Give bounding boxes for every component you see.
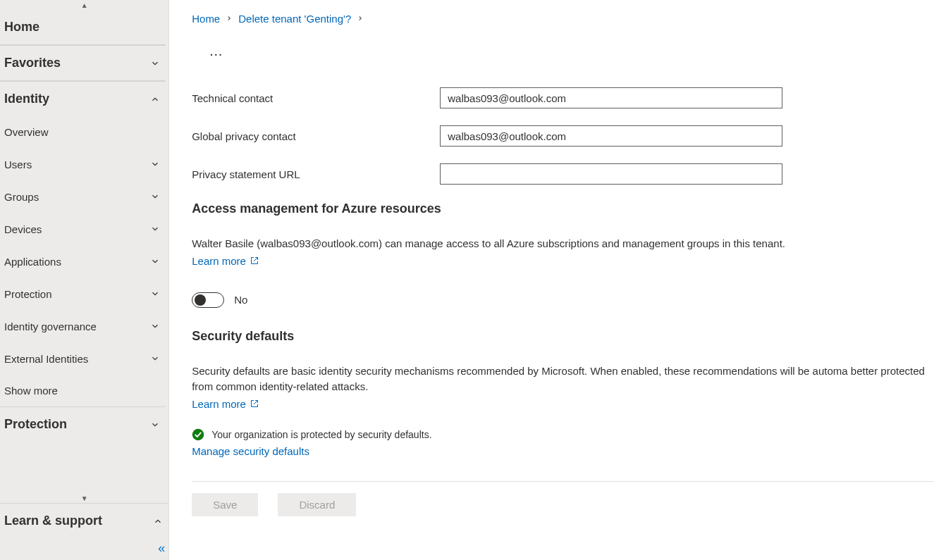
more-actions-button[interactable]: … [192,40,934,87]
security-status-text: Your organization is protected by securi… [211,429,431,440]
global-privacy-row: Global privacy contact [192,125,934,147]
toggle-knob [195,294,206,306]
chevron-down-icon [149,190,161,203]
success-check-icon [192,428,204,441]
sidebar-item-label: Identity [4,92,49,106]
chevron-down-icon [149,287,161,300]
scroll-up-arrow-icon[interactable]: ▲ [0,0,168,10]
sidebar-item-label: Overview [4,126,49,138]
global-privacy-input[interactable] [440,125,782,147]
sidebar-item-external-identities[interactable]: External Identities [0,342,166,375]
chevron-down-icon [149,352,161,365]
sidebar-item-label: Show more [4,385,58,397]
sidebar-item-home[interactable]: Home [0,10,166,45]
security-defaults-title: Security defaults [192,329,934,344]
sidebar-item-label: Groups [4,191,39,203]
access-toggle-row: No [192,292,934,308]
chevron-right-icon [226,14,233,24]
chevron-down-icon [149,223,161,235]
external-link-icon [250,255,259,267]
sidebar-item-overview[interactable]: Overview [0,116,166,148]
sidebar-item-applications[interactable]: Applications [0,245,166,278]
discard-button[interactable]: Discard [278,493,356,516]
sidebar-item-label: Home [4,20,39,35]
technical-contact-input[interactable] [440,87,782,108]
security-learn-more-link[interactable]: Learn more [192,398,259,410]
breadcrumb-delete-tenant[interactable]: Delete tenant 'Genting'? [238,13,351,25]
security-status-row: Your organization is protected by securi… [192,428,934,441]
sidebar: ▲ Home Favorites Identity Overview Users [0,0,169,560]
sidebar-item-label: Identity governance [4,321,97,332]
breadcrumb-home[interactable]: Home [192,13,220,25]
main-content: Home Delete tenant 'Genting'? … Technica… [169,0,934,560]
sidebar-item-protection-section[interactable]: Protection [0,406,166,442]
chevron-right-icon [357,14,364,24]
privacy-url-input[interactable] [440,163,782,185]
scroll-down-arrow-icon[interactable]: ▼ [0,493,168,503]
chevron-up-icon [149,93,161,106]
sidebar-item-identity[interactable]: Identity [0,81,166,116]
breadcrumb: Home Delete tenant 'Genting'? [192,13,934,25]
chevron-down-icon [149,255,161,268]
manage-security-defaults-link[interactable]: Manage security defaults [192,445,309,457]
sidebar-scroll[interactable]: Home Favorites Identity Overview Users G… [0,10,168,493]
technical-contact-label: Technical contact [192,92,440,104]
privacy-url-label: Privacy statement URL [192,168,440,180]
external-link-icon [250,398,259,410]
sidebar-item-label: Devices [4,223,42,235]
sidebar-item-label: Learn & support [4,514,102,528]
access-management-text: Walter Basile (walbas093@outlook.com) ca… [192,236,934,252]
sidebar-item-label: Applications [4,256,61,268]
global-privacy-label: Global privacy contact [192,130,440,142]
privacy-url-row: Privacy statement URL [192,163,934,185]
action-bar: Save Discard [192,482,934,533]
sidebar-item-favorites[interactable]: Favorites [0,45,166,81]
sidebar-item-groups[interactable]: Groups [0,180,166,213]
link-label: Learn more [192,398,246,410]
access-management-toggle[interactable] [192,292,224,308]
sidebar-item-identity-governance[interactable]: Identity governance [0,310,166,342]
sidebar-item-label: External Identities [4,353,88,365]
link-label: Manage security defaults [192,445,309,457]
sidebar-item-label: Users [4,158,32,170]
svg-point-0 [192,428,204,440]
sidebar-item-protection[interactable]: Protection [0,278,166,310]
sidebar-item-learn-support[interactable]: Learn & support [0,503,168,538]
link-label: Learn more [192,255,246,267]
save-button[interactable]: Save [192,493,258,516]
access-management-title: Access management for Azure resources [192,201,934,216]
sidebar-item-devices[interactable]: Devices [0,213,166,245]
chevron-up-icon [152,515,164,528]
chevron-down-icon [149,158,161,170]
sidebar-item-show-more[interactable]: Show more [0,375,166,406]
access-learn-more-link[interactable]: Learn more [192,255,259,267]
chevron-down-icon [149,57,161,70]
sidebar-item-label: Protection [4,417,67,432]
sidebar-item-label: Protection [4,288,52,300]
sidebar-item-label: Favorites [4,56,61,70]
security-defaults-text: Security defaults are basic identity sec… [192,363,934,395]
sidebar-item-users[interactable]: Users [0,148,166,180]
collapse-sidebar-icon[interactable]: « [0,538,168,560]
chevron-down-icon [149,418,161,431]
technical-contact-row: Technical contact [192,87,934,108]
access-toggle-state: No [234,294,247,306]
chevron-down-icon [149,320,161,332]
